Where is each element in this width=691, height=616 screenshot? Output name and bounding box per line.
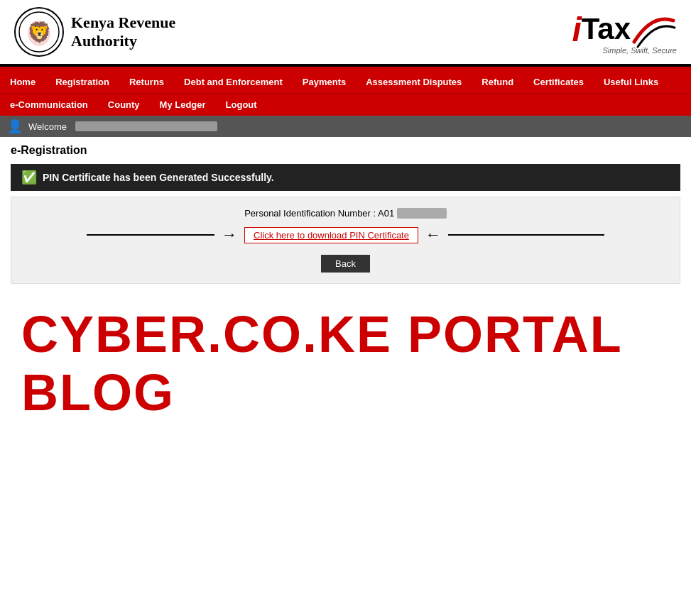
arrow-line-right bbox=[448, 234, 604, 236]
kra-logo-circle: 🦁 bbox=[14, 7, 64, 57]
nav-registration[interactable]: Registration bbox=[45, 71, 119, 93]
page-header: 🦁 Kenya Revenue Authority i Tax Simple, … bbox=[0, 0, 691, 67]
itax-logo: i Tax Simple, Swift, Secure bbox=[572, 10, 677, 55]
back-button[interactable]: Back bbox=[321, 255, 370, 273]
itax-swoosh-icon bbox=[631, 10, 677, 49]
kra-name-line1: Kenya Revenue bbox=[71, 13, 175, 32]
nav-useful-links[interactable]: Useful Links bbox=[594, 71, 668, 93]
kra-logo: 🦁 Kenya Revenue Authority bbox=[14, 7, 175, 57]
nav-payments[interactable]: Payments bbox=[293, 71, 356, 93]
download-pin-link[interactable]: Click here to download PIN Certificate bbox=[244, 227, 418, 243]
arrow-right-pointing-icon: → bbox=[222, 226, 237, 244]
kra-name-line2: Authority bbox=[71, 32, 175, 50]
itax-tagline: Simple, Swift, Secure bbox=[602, 46, 677, 55]
nav-row-2: e-Communication County My Ledger Logout bbox=[0, 93, 691, 116]
nav-refund[interactable]: Refund bbox=[472, 71, 523, 93]
main-content: e-Registration ✅ PIN Certificate has bee… bbox=[0, 137, 691, 450]
welcome-bar: 👤 Welcome bbox=[0, 116, 691, 137]
pin-label: Personal Identification Number : A01 bbox=[22, 208, 669, 219]
success-banner: ✅ PIN Certificate has been Generated Suc… bbox=[11, 164, 680, 191]
kra-emblem-icon: 🦁 bbox=[18, 11, 60, 53]
nav-row-1: Home Registration Returns Debt and Enfor… bbox=[0, 71, 691, 93]
kra-name: Kenya Revenue Authority bbox=[71, 13, 175, 50]
arrow-line-left bbox=[87, 234, 214, 236]
nav-my-ledger[interactable]: My Ledger bbox=[150, 94, 216, 116]
pin-value-blurred bbox=[397, 208, 447, 219]
nav-disputes[interactable]: Assessment Disputes bbox=[356, 71, 472, 93]
nav-ecommunication[interactable]: e-Communication bbox=[0, 94, 98, 116]
nav-debt[interactable]: Debt and Enforcement bbox=[174, 71, 293, 93]
pin-label-text: Personal Identification Number : A01 bbox=[244, 208, 394, 219]
nav-home[interactable]: Home bbox=[0, 71, 45, 93]
nav-returns[interactable]: Returns bbox=[119, 71, 174, 93]
arrows-row: → Click here to download PIN Certificate… bbox=[22, 226, 669, 244]
itax-i-letter: i bbox=[572, 10, 581, 49]
page-title-text: e-Registration bbox=[11, 144, 87, 156]
watermark-section: CYBER.CO.KE PORTAL BLOG bbox=[11, 284, 680, 443]
nav-logout[interactable]: Logout bbox=[216, 94, 267, 116]
arrow-left-pointing-icon: ← bbox=[425, 226, 441, 244]
nav-certificates[interactable]: Certificates bbox=[523, 71, 594, 93]
welcome-username-blurred bbox=[75, 121, 217, 131]
user-icon: 👤 bbox=[7, 119, 23, 134]
pin-section: Personal Identification Number : A01 → C… bbox=[11, 197, 680, 284]
page-title: e-Registration bbox=[11, 144, 680, 157]
nav-county[interactable]: County bbox=[98, 94, 150, 116]
success-message: PIN Certificate has been Generated Succe… bbox=[43, 172, 274, 183]
watermark-text: CYBER.CO.KE PORTAL BLOG bbox=[21, 305, 670, 422]
itax-tax-text: Tax bbox=[582, 12, 631, 46]
svg-text:🦁: 🦁 bbox=[27, 21, 52, 44]
success-check-icon: ✅ bbox=[21, 170, 37, 185]
welcome-text: Welcome bbox=[28, 121, 67, 132]
